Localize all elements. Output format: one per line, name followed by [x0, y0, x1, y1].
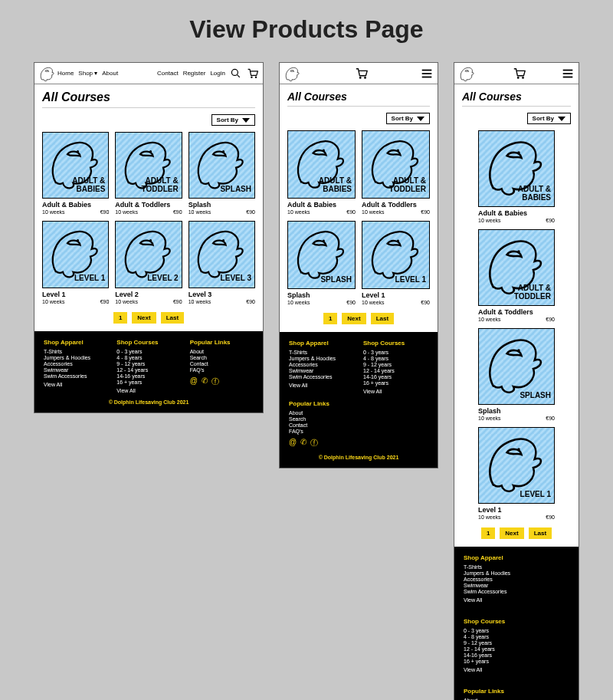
nav-shop[interactable]: Shop ▾: [78, 70, 97, 77]
facebook-icon[interactable]: ⓕ: [310, 438, 318, 449]
footer-col-apparel: Shop Apparel T-Shirts Jumpers & Hoodies …: [44, 339, 107, 393]
mockup-mobile: All Courses Sort By ADULT &BABIES Adult …: [454, 62, 579, 700]
page-last-button[interactable]: Last: [529, 527, 552, 539]
divider: [42, 107, 255, 108]
mockup-desktop: Home Shop ▾ About Contact Register Login…: [34, 62, 264, 413]
search-icon[interactable]: [230, 67, 242, 80]
product-card[interactable]: SPLASH Splash 10 weeks€90: [287, 221, 356, 305]
product-card[interactable]: LEVEL 3 Level 3 10 weeks€90: [188, 221, 255, 304]
nav-contact[interactable]: Contact: [157, 70, 179, 77]
chevron-down-icon: [558, 117, 565, 121]
page-1-button[interactable]: 1: [113, 312, 127, 324]
product-title: Level 3: [188, 291, 255, 298]
product-card[interactable]: ADULT &BABIES Adult & Babies 10 weeks€90: [287, 130, 356, 215]
logo-icon[interactable]: [38, 65, 55, 82]
product-title: Adult & Toddlers: [115, 201, 182, 209]
copyright: © Dolphin Lifesaving Club 2021: [44, 399, 254, 405]
page-next-button[interactable]: Next: [132, 312, 156, 324]
product-card[interactable]: ADULT &TODDLER Adult & Toddlers 10 weeks…: [478, 229, 555, 322]
sort-by-button[interactable]: Sort By: [211, 114, 255, 126]
footer-link[interactable]: 9 - 12 years: [116, 361, 180, 366]
page-next-button[interactable]: Next: [342, 313, 366, 324]
header: [280, 63, 438, 84]
product-card[interactable]: LEVEL 1 Level 1 10 weeks€90: [362, 221, 430, 305]
footer-link[interactable]: 0 - 3 years: [116, 349, 180, 354]
product-card[interactable]: ADULT &BABIES Adult & Babies 10 weeks€90: [42, 132, 109, 215]
footer-col-courses: Shop Courses 0 - 3 years 4 - 8 years 9 -…: [116, 339, 180, 393]
footer-link[interactable]: Accessories: [44, 361, 107, 366]
heading-all-courses: All Courses: [287, 90, 430, 103]
pagination: 1 Next Last: [462, 527, 571, 539]
product-title: Adult & Babies: [42, 201, 109, 209]
product-title: Level 2: [115, 291, 182, 298]
footer: Shop Apparel T-Shirts Jumpers & Hoodies …: [34, 331, 263, 412]
page-last-button[interactable]: Last: [371, 313, 394, 324]
product-grid: ADULT &BABIES Adult & Babies 10 weeks€90…: [42, 132, 255, 304]
product-title: Level 1: [42, 291, 109, 298]
product-card[interactable]: ADULT &TODDLER Adult & Toddlers 10 weeks…: [362, 130, 430, 215]
page-title: View Products Page: [23, 15, 590, 44]
at-icon[interactable]: @: [190, 376, 198, 387]
page-1-button[interactable]: 1: [323, 313, 337, 324]
chevron-down-icon: [242, 118, 250, 123]
page-next-button[interactable]: Next: [500, 527, 523, 539]
footer-link[interactable]: Swimwear: [44, 367, 107, 373]
product-card[interactable]: LEVEL 2 Level 2 10 weeks€90: [115, 221, 182, 304]
footer-link[interactable]: Contact: [190, 361, 254, 366]
footer-link[interactable]: 16 + years: [116, 380, 180, 385]
footer-link[interactable]: 12 - 14 years: [116, 367, 180, 373]
footer-link[interactable]: T-Shirts: [44, 349, 107, 354]
header: Home Shop ▾ About Contact Register Login: [34, 63, 263, 84]
footer-link[interactable]: 4 - 8 years: [116, 355, 180, 360]
product-card[interactable]: SPLASH Splash 10 weeks€90: [478, 328, 555, 421]
chevron-down-icon: [417, 117, 425, 121]
pagination: 1 Next Last: [287, 313, 430, 324]
product-title: Splash: [188, 201, 255, 209]
header: [454, 63, 579, 84]
menu-icon[interactable]: [420, 67, 434, 81]
copyright: © Dolphin Lifesaving Club 2021: [289, 455, 428, 460]
heading-all-courses: All Courses: [42, 90, 255, 104]
product-card[interactable]: LEVEL 1 Level 1 10 weeks€90: [42, 221, 109, 304]
product-card[interactable]: ADULT &BABIES Adult & Babies 10 weeks€90: [478, 130, 555, 223]
pagination: 1 Next Last: [42, 312, 255, 324]
product-card[interactable]: SPLASH Splash 10 weeks€90: [188, 132, 255, 215]
whatsapp-icon[interactable]: ✆: [202, 376, 208, 387]
footer: Shop Apparel T-Shirts Jumpers & Hoodies …: [454, 547, 579, 700]
menu-icon[interactable]: [561, 67, 575, 81]
at-icon[interactable]: @: [289, 438, 297, 449]
logo-icon[interactable]: [284, 65, 300, 82]
nav-login[interactable]: Login: [210, 70, 225, 77]
footer-link[interactable]: About: [190, 349, 254, 354]
cart-icon[interactable]: [247, 67, 259, 80]
sort-by-button[interactable]: Sort By: [386, 113, 430, 124]
mockup-tablet: All Courses Sort By ADULT &BABIES Adult …: [279, 62, 438, 468]
product-card[interactable]: LEVEL 1 Level 1 10 weeks€90: [478, 427, 555, 520]
nav-register[interactable]: Register: [183, 70, 206, 77]
sort-by-button[interactable]: Sort By: [527, 113, 571, 124]
footer: Shop Apparel T-Shirts Jumpers & Hoodies …: [280, 332, 438, 468]
product-grid: ADULT &BABIES Adult & Babies 10 weeks€90…: [462, 130, 571, 520]
cart-icon[interactable]: [355, 67, 369, 81]
heading-all-courses: All Courses: [462, 90, 571, 103]
product-duration: 10 weeks: [42, 209, 65, 215]
footer-link[interactable]: Search: [190, 355, 254, 360]
footer-viewall[interactable]: View All: [44, 382, 107, 387]
product-card[interactable]: ADULT &TODDLER Adult & Toddlers 10 weeks…: [115, 132, 182, 215]
product-grid: ADULT &BABIES Adult & Babies 10 weeks€90…: [287, 130, 430, 305]
logo-icon[interactable]: [458, 65, 475, 82]
nav-about[interactable]: About: [102, 70, 118, 77]
page-1-button[interactable]: 1: [481, 527, 495, 539]
nav-home[interactable]: Home: [57, 70, 74, 77]
footer-link[interactable]: 14-16 years: [116, 373, 180, 379]
footer-link[interactable]: Jumpers & Hoodies: [44, 355, 107, 360]
page-last-button[interactable]: Last: [161, 312, 184, 324]
divider: [287, 106, 430, 107]
footer-viewall[interactable]: View All: [116, 388, 180, 393]
footer-link[interactable]: FAQ's: [190, 367, 254, 373]
footer-link[interactable]: Swim Accessories: [44, 373, 107, 379]
product-price: €90: [100, 209, 110, 215]
facebook-icon[interactable]: ⓕ: [211, 376, 219, 387]
whatsapp-icon[interactable]: ✆: [300, 438, 306, 449]
cart-icon[interactable]: [513, 67, 526, 81]
